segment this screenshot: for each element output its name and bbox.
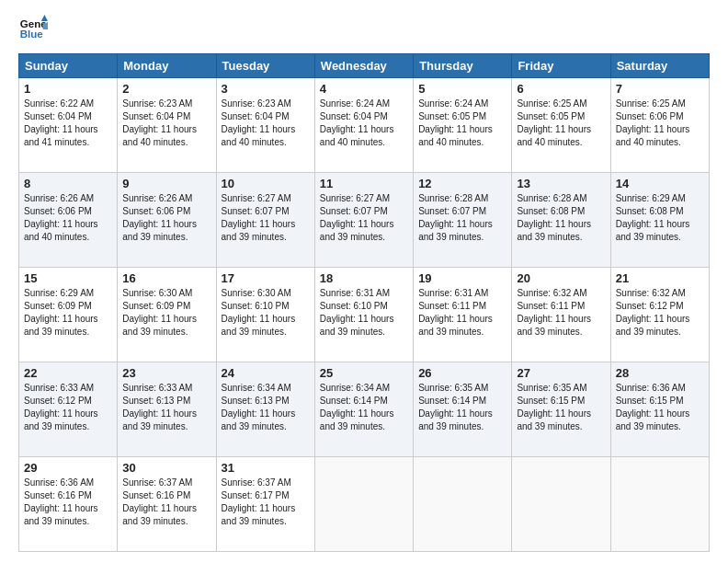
day-info: Sunrise: 6:23 AM Sunset: 6:04 PM Dayligh…	[222, 98, 310, 149]
calendar-day-header: Friday	[512, 54, 610, 78]
calendar-cell: 12 Sunrise: 6:28 AM Sunset: 6:07 PM Dayl…	[414, 173, 512, 268]
svg-marker-3	[43, 23, 48, 29]
calendar-cell: 2 Sunrise: 6:23 AM Sunset: 6:04 PM Dayli…	[118, 78, 216, 173]
calendar-day-header: Wednesday	[314, 54, 413, 78]
calendar-day-header: Tuesday	[216, 54, 314, 78]
day-info: Sunrise: 6:33 AM Sunset: 6:13 PM Dayligh…	[122, 382, 210, 433]
day-number: 8	[24, 177, 112, 190]
page: General Blue SundayMondayTuesdayWednesda…	[0, 0, 728, 563]
calendar-day-header: Sunday	[19, 54, 118, 78]
day-number: 28	[616, 366, 704, 380]
calendar-week-row: 15 Sunrise: 6:29 AM Sunset: 6:09 PM Dayl…	[19, 268, 710, 362]
day-number: 15	[24, 271, 112, 285]
calendar-cell: 29 Sunrise: 6:36 AM Sunset: 6:16 PM Dayl…	[19, 457, 118, 552]
day-number: 27	[517, 366, 605, 380]
calendar-cell: 5 Sunrise: 6:24 AM Sunset: 6:05 PM Dayli…	[414, 78, 512, 173]
logo-icon: General Blue	[18, 15, 48, 44]
day-number: 10	[222, 177, 310, 190]
calendar-cell: 21 Sunrise: 6:32 AM Sunset: 6:12 PM Dayl…	[610, 268, 709, 362]
calendar-cell: 18 Sunrise: 6:31 AM Sunset: 6:10 PM Dayl…	[314, 268, 413, 362]
day-info: Sunrise: 6:29 AM Sunset: 6:09 PM Dayligh…	[24, 287, 112, 339]
calendar-week-row: 1 Sunrise: 6:22 AM Sunset: 6:04 PM Dayli…	[19, 78, 710, 173]
day-info: Sunrise: 6:25 AM Sunset: 6:05 PM Dayligh…	[517, 98, 605, 149]
calendar-cell	[414, 457, 512, 552]
day-info: Sunrise: 6:28 AM Sunset: 6:07 PM Dayligh…	[418, 192, 506, 244]
day-number: 7	[616, 82, 704, 96]
calendar-cell: 3 Sunrise: 6:23 AM Sunset: 6:04 PM Dayli…	[216, 78, 314, 173]
day-info: Sunrise: 6:31 AM Sunset: 6:10 PM Dayligh…	[320, 287, 408, 339]
calendar-week-row: 8 Sunrise: 6:26 AM Sunset: 6:06 PM Dayli…	[19, 173, 710, 268]
calendar-cell: 15 Sunrise: 6:29 AM Sunset: 6:09 PM Dayl…	[19, 268, 118, 362]
calendar-cell: 10 Sunrise: 6:27 AM Sunset: 6:07 PM Dayl…	[216, 173, 314, 268]
day-info: Sunrise: 6:24 AM Sunset: 6:05 PM Dayligh…	[418, 98, 506, 149]
day-number: 16	[122, 271, 210, 285]
calendar-day-header: Thursday	[414, 54, 512, 78]
day-number: 22	[24, 366, 112, 380]
day-number: 13	[517, 177, 605, 190]
day-number: 6	[517, 82, 605, 96]
calendar-cell: 31 Sunrise: 6:37 AM Sunset: 6:17 PM Dayl…	[216, 457, 314, 552]
calendar-cell: 1 Sunrise: 6:22 AM Sunset: 6:04 PM Dayli…	[19, 78, 118, 173]
calendar-cell: 19 Sunrise: 6:31 AM Sunset: 6:11 PM Dayl…	[414, 268, 512, 362]
calendar-cell: 30 Sunrise: 6:37 AM Sunset: 6:16 PM Dayl…	[118, 457, 216, 552]
day-info: Sunrise: 6:34 AM Sunset: 6:14 PM Dayligh…	[320, 382, 408, 433]
day-info: Sunrise: 6:27 AM Sunset: 6:07 PM Dayligh…	[320, 192, 408, 244]
calendar-week-row: 22 Sunrise: 6:33 AM Sunset: 6:12 PM Dayl…	[19, 362, 710, 457]
calendar-cell: 14 Sunrise: 6:29 AM Sunset: 6:08 PM Dayl…	[610, 173, 709, 268]
calendar-cell: 26 Sunrise: 6:35 AM Sunset: 6:14 PM Dayl…	[414, 362, 512, 457]
day-number: 21	[616, 271, 704, 285]
calendar-header-row: SundayMondayTuesdayWednesdayThursdayFrid…	[19, 54, 710, 78]
day-info: Sunrise: 6:35 AM Sunset: 6:14 PM Dayligh…	[418, 382, 506, 433]
calendar-cell: 8 Sunrise: 6:26 AM Sunset: 6:06 PM Dayli…	[19, 173, 118, 268]
day-number: 29	[24, 461, 112, 475]
day-info: Sunrise: 6:28 AM Sunset: 6:08 PM Dayligh…	[517, 192, 605, 244]
calendar-table: SundayMondayTuesdayWednesdayThursdayFrid…	[18, 53, 710, 552]
day-info: Sunrise: 6:26 AM Sunset: 6:06 PM Dayligh…	[24, 192, 112, 244]
calendar-cell: 17 Sunrise: 6:30 AM Sunset: 6:10 PM Dayl…	[216, 268, 314, 362]
calendar-body: 1 Sunrise: 6:22 AM Sunset: 6:04 PM Dayli…	[19, 78, 710, 552]
day-info: Sunrise: 6:26 AM Sunset: 6:06 PM Dayligh…	[122, 192, 210, 244]
day-info: Sunrise: 6:32 AM Sunset: 6:12 PM Dayligh…	[616, 287, 704, 339]
calendar-cell: 22 Sunrise: 6:33 AM Sunset: 6:12 PM Dayl…	[19, 362, 118, 457]
calendar-week-row: 29 Sunrise: 6:36 AM Sunset: 6:16 PM Dayl…	[19, 457, 710, 552]
calendar-cell	[610, 457, 709, 552]
day-number: 25	[320, 366, 408, 380]
day-number: 31	[222, 461, 310, 475]
calendar-cell: 16 Sunrise: 6:30 AM Sunset: 6:09 PM Dayl…	[118, 268, 216, 362]
day-info: Sunrise: 6:32 AM Sunset: 6:11 PM Dayligh…	[517, 287, 605, 339]
calendar-cell: 25 Sunrise: 6:34 AM Sunset: 6:14 PM Dayl…	[314, 362, 413, 457]
day-number: 30	[122, 461, 210, 475]
day-info: Sunrise: 6:35 AM Sunset: 6:15 PM Dayligh…	[517, 382, 605, 433]
day-info: Sunrise: 6:25 AM Sunset: 6:06 PM Dayligh…	[616, 98, 704, 149]
day-info: Sunrise: 6:23 AM Sunset: 6:04 PM Dayligh…	[122, 98, 210, 149]
calendar-cell	[512, 457, 610, 552]
day-number: 2	[122, 82, 210, 96]
day-info: Sunrise: 6:22 AM Sunset: 6:04 PM Dayligh…	[24, 98, 112, 149]
day-number: 3	[222, 82, 310, 96]
day-info: Sunrise: 6:24 AM Sunset: 6:04 PM Dayligh…	[320, 98, 408, 149]
calendar-cell: 4 Sunrise: 6:24 AM Sunset: 6:04 PM Dayli…	[314, 78, 413, 173]
calendar-cell: 9 Sunrise: 6:26 AM Sunset: 6:06 PM Dayli…	[118, 173, 216, 268]
day-info: Sunrise: 6:30 AM Sunset: 6:09 PM Dayligh…	[122, 287, 210, 339]
calendar-day-header: Monday	[118, 54, 216, 78]
day-info: Sunrise: 6:30 AM Sunset: 6:10 PM Dayligh…	[222, 287, 310, 339]
day-info: Sunrise: 6:33 AM Sunset: 6:12 PM Dayligh…	[24, 382, 112, 433]
day-number: 1	[24, 82, 112, 96]
calendar-cell: 13 Sunrise: 6:28 AM Sunset: 6:08 PM Dayl…	[512, 173, 610, 268]
calendar-cell: 20 Sunrise: 6:32 AM Sunset: 6:11 PM Dayl…	[512, 268, 610, 362]
day-info: Sunrise: 6:36 AM Sunset: 6:15 PM Dayligh…	[616, 382, 704, 433]
day-number: 24	[222, 366, 310, 380]
calendar-cell: 7 Sunrise: 6:25 AM Sunset: 6:06 PM Dayli…	[610, 78, 709, 173]
svg-text:Blue: Blue	[20, 29, 44, 40]
day-info: Sunrise: 6:34 AM Sunset: 6:13 PM Dayligh…	[222, 382, 310, 433]
day-info: Sunrise: 6:37 AM Sunset: 6:17 PM Dayligh…	[222, 477, 310, 528]
calendar-cell: 28 Sunrise: 6:36 AM Sunset: 6:15 PM Dayl…	[610, 362, 709, 457]
day-number: 9	[122, 177, 210, 190]
day-number: 20	[517, 271, 605, 285]
day-info: Sunrise: 6:29 AM Sunset: 6:08 PM Dayligh…	[616, 192, 704, 244]
day-number: 14	[616, 177, 704, 190]
logo: General Blue	[18, 15, 51, 44]
day-number: 11	[320, 177, 408, 190]
calendar-day-header: Saturday	[610, 54, 709, 78]
day-number: 17	[222, 271, 310, 285]
